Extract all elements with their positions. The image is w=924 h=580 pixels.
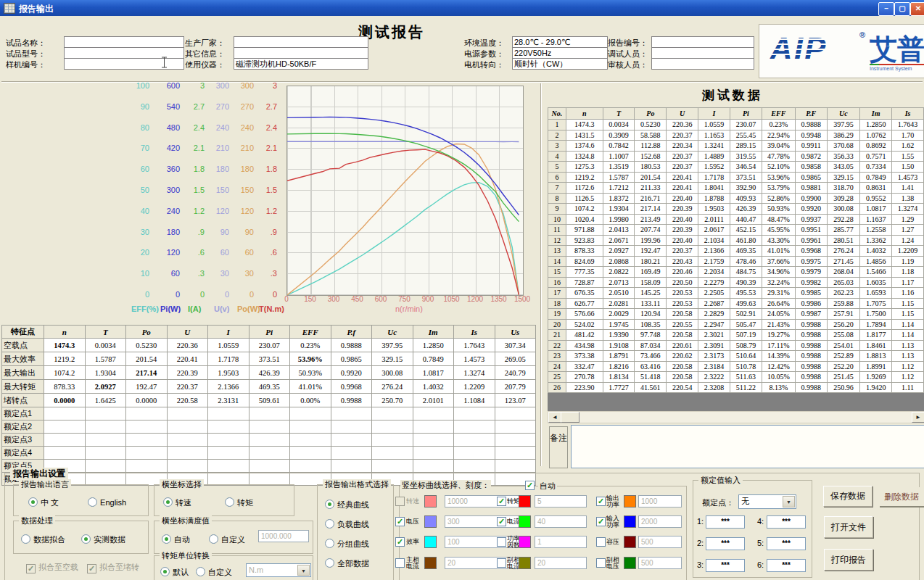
- curve-scale-input[interactable]: 1: [535, 536, 587, 548]
- rated-field-input[interactable]: ***: [767, 537, 806, 550]
- maximize-button[interactable]: ▢: [894, 2, 910, 16]
- table-row[interactable]: 41324.81.1007152.68220.371.4889319.5547.…: [548, 151, 924, 162]
- close-button[interactable]: ✕: [910, 2, 924, 16]
- table-row[interactable]: 101020.41.9980213.49220.402.0111440.4748…: [548, 214, 924, 225]
- yaxis-auto-checkbox[interactable]: ✓: [525, 481, 535, 490]
- table-row[interactable]: 81126.51.8372216.71220.401.8788409.9352.…: [548, 193, 924, 204]
- table-row[interactable]: 51275.31.3519180.53220.371.5952346.5452.…: [548, 162, 924, 173]
- curve-scale-input[interactable]: 500: [638, 536, 682, 548]
- scroll-right-button[interactable]: ►: [912, 412, 924, 423]
- radio-option[interactable]: 经典曲线: [325, 497, 369, 510]
- table-row[interactable]: 16728.872.0713158.09220.502.2279490.3932…: [548, 277, 924, 288]
- form-field-input[interactable]: [651, 58, 754, 70]
- table-row[interactable]: 11474.30.00340.5230220.361.0559230.070.2…: [548, 120, 924, 130]
- checkbox[interactable]: ✓: [26, 564, 36, 573]
- curve-checkbox[interactable]: [596, 558, 606, 568]
- table-row[interactable]: 19576.662.0029120.94220.582.2829502.9124…: [548, 309, 924, 320]
- table-row[interactable]: 20524.021.9745108.35220.552.2947505.4721…: [548, 319, 924, 330]
- checkbox[interactable]: ✓: [87, 564, 96, 573]
- radio-selected[interactable]: [325, 500, 334, 509]
- table-row[interactable]: 61219.21.5787201.54220.411.7178373.5153.…: [548, 172, 924, 183]
- table-row[interactable]: 26223.901.772741.561220.542.3208511.228.…: [548, 382, 924, 393]
- radio-option[interactable]: 转矩: [225, 495, 253, 508]
- radio-unselected[interactable]: [209, 534, 218, 544]
- curve-scale-input[interactable]: 40: [535, 515, 587, 528]
- remarks-input[interactable]: [571, 425, 924, 468]
- radio-unselected[interactable]: [225, 497, 234, 507]
- table-row[interactable]: 31374.60.7842112.88220.341.3241289.1539.…: [548, 141, 924, 152]
- form-field-input[interactable]: 顺时针（CW）: [512, 58, 608, 70]
- table-row[interactable]: 23373.381.879173.466220.622.3173510.6414…: [548, 351, 924, 362]
- curve-checkbox[interactable]: [596, 537, 606, 547]
- table-row[interactable]: 14824.692.0868180.21220.432.1759478.4637…: [548, 256, 924, 267]
- form-field-input[interactable]: 220V50Hz: [512, 47, 608, 59]
- curve-checkbox[interactable]: ✓: [395, 517, 405, 526]
- curve-color-swatch[interactable]: [624, 536, 636, 548]
- curve-checkbox[interactable]: ✓: [497, 497, 506, 506]
- checkbox-option[interactable]: ✓拟合至空载: [26, 560, 78, 572]
- curve-checkbox[interactable]: [395, 558, 405, 568]
- form-field-input[interactable]: 28.0℃ - 29.0℃: [512, 36, 608, 48]
- table-row[interactable]: 17676.352.0510145.25220.532.2505495.5329…: [548, 288, 924, 299]
- rated-field-input[interactable]: ***: [706, 515, 745, 529]
- curve-color-swatch[interactable]: [624, 495, 636, 508]
- radio-option[interactable]: 分组曲线: [325, 536, 369, 549]
- curve-color-swatch[interactable]: [519, 536, 531, 548]
- table-row[interactable]: 15777.352.0822169.49220.462.2034484.7534…: [548, 267, 924, 278]
- curve-scale-input[interactable]: 5: [535, 495, 587, 508]
- curve-scale-input[interactable]: 20: [535, 557, 587, 569]
- radio-selected[interactable]: [28, 497, 38, 507]
- radio-selected[interactable]: [81, 534, 91, 544]
- horizontal-scrollbar[interactable]: ◄ ►: [548, 411, 924, 423]
- radio-option[interactable]: English: [88, 495, 126, 508]
- print-report-button[interactable]: 打印报告: [824, 549, 873, 571]
- radio-option[interactable]: 自动: [162, 532, 190, 544]
- minimize-button[interactable]: –: [878, 2, 894, 16]
- form-field-input[interactable]: [64, 36, 184, 48]
- rated-field-input[interactable]: ***: [706, 537, 745, 550]
- form-field-input[interactable]: [651, 36, 754, 48]
- format-option-row[interactable]: 分组曲线: [325, 536, 369, 550]
- curve-color-swatch[interactable]: [519, 557, 531, 569]
- radio-option[interactable]: 数据拟合: [21, 532, 65, 544]
- torque-unit-combo[interactable]: N.m ▼: [246, 563, 311, 577]
- curve-checkbox[interactable]: [497, 558, 506, 568]
- format-option-row[interactable]: 经典曲线: [325, 497, 369, 510]
- curve-checkbox[interactable]: [395, 497, 405, 506]
- table-row[interactable]: 12923.832.0671199.96220.402.1034461.8043…: [548, 235, 924, 246]
- radio-option[interactable]: 自定义: [196, 565, 232, 577]
- radio-option[interactable]: 转速: [163, 495, 191, 508]
- save-data-button[interactable]: 保存数据: [823, 486, 873, 507]
- table-row[interactable]: 91074.21.9304217.14220.391.9503426.3950.…: [548, 204, 924, 215]
- chevron-down-icon[interactable]: ▼: [297, 565, 310, 576]
- curve-checkbox[interactable]: ✓: [395, 537, 405, 547]
- xaxis-fullscale-input[interactable]: 1000.000: [258, 530, 309, 542]
- curve-scale-input[interactable]: 1000: [638, 495, 682, 508]
- curve-scale-input[interactable]: 500: [638, 557, 682, 569]
- curve-checkbox[interactable]: [497, 537, 506, 547]
- radio-selected[interactable]: [163, 497, 173, 507]
- table-row[interactable]: 25270.781.813451.418220.582.3222511.6310…: [548, 372, 924, 383]
- curve-color-swatch[interactable]: [424, 557, 437, 569]
- form-field-input[interactable]: 磁滞测功机HD-50KB/F: [234, 58, 368, 70]
- format-option-row[interactable]: 全部数据: [325, 556, 369, 569]
- curve-checkbox[interactable]: ✓: [596, 517, 606, 526]
- table-row[interactable]: 18626.772.0281133.11220.532.2687499.6326…: [548, 298, 924, 309]
- curve-color-swatch[interactable]: [624, 515, 636, 528]
- radio-option[interactable]: 自定义: [209, 532, 245, 544]
- chevron-down-icon[interactable]: ▼: [783, 496, 795, 508]
- radio-unselected[interactable]: [325, 558, 334, 568]
- curve-checkbox[interactable]: ✓: [497, 517, 506, 526]
- form-field-input[interactable]: [651, 47, 754, 59]
- radio-option[interactable]: 全部数据: [325, 556, 369, 568]
- rated-field-input[interactable]: ***: [767, 515, 806, 529]
- radio-unselected[interactable]: [196, 567, 205, 576]
- curve-checkbox[interactable]: ✓: [596, 497, 606, 506]
- open-file-button[interactable]: 打开文件: [824, 516, 873, 538]
- radio-option[interactable]: 中 文: [28, 495, 59, 508]
- radio-unselected[interactable]: [325, 539, 334, 548]
- table-row[interactable]: 21481.421.939097.748220.582.3021507.1919…: [548, 330, 924, 341]
- rated-point-combo[interactable]: 无 ▼: [738, 494, 796, 509]
- table-row[interactable]: 71172.61.7212211.33220.411.8041392.9053.…: [548, 183, 924, 194]
- radio-option[interactable]: 实测数据: [81, 532, 125, 544]
